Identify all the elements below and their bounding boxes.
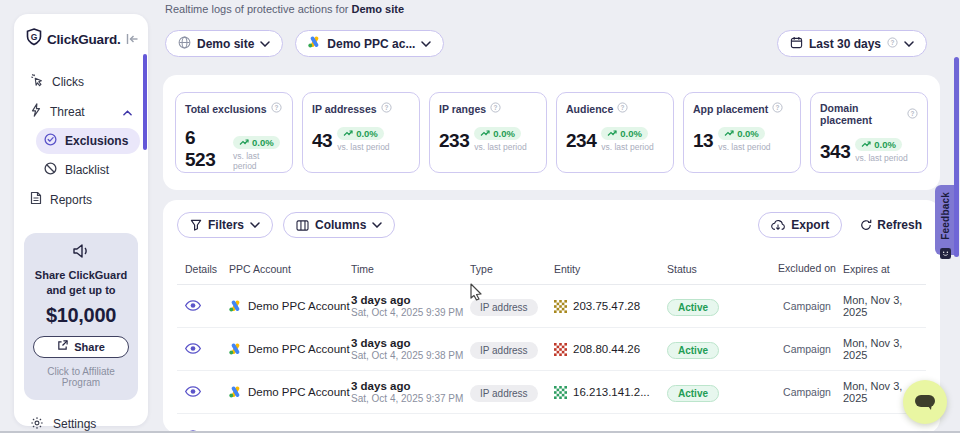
columns-dropdown-button[interactable]: Columns — [283, 212, 395, 238]
sidebar-scrollbar-thumb[interactable] — [143, 54, 147, 150]
svg-text:?: ? — [494, 104, 498, 111]
svg-text:?: ? — [911, 109, 915, 116]
trend-up-icon — [607, 130, 617, 137]
stat-card-audience: Audience? 234 0.0% vs. last period — [556, 92, 674, 173]
stat-value: 6 523 — [185, 127, 228, 171]
info-icon[interactable]: ? — [907, 108, 918, 121]
ppc-account-filter-dropdown[interactable]: Demo PPC ac... — [295, 30, 444, 57]
col-header-entity[interactable]: Entity — [554, 263, 667, 275]
google-ads-icon — [229, 386, 242, 398]
time-absolute: Sat, Oct 4, 2025 9:37 PM — [351, 393, 470, 404]
columns-icon — [296, 220, 309, 231]
stat-value: 43 — [312, 130, 332, 152]
status-badge: Active — [667, 299, 719, 316]
time-relative: 3 days ago — [351, 380, 470, 392]
google-ads-icon — [308, 36, 321, 51]
col-header-ppc-account[interactable]: PPC Account — [229, 263, 351, 275]
svg-text:?: ? — [274, 104, 278, 111]
col-header-type[interactable]: Type — [470, 263, 554, 275]
ppc-account-name: Demo PPC Account — [248, 386, 350, 398]
ip-identicon — [554, 300, 567, 313]
expires-at-value: Mon, Nov 3, 2025 — [837, 294, 926, 318]
info-icon[interactable]: ? — [617, 102, 628, 115]
export-button-label: Export — [791, 218, 829, 232]
nav-label: Clicks — [52, 75, 132, 89]
col-header-expires-at[interactable]: Expires at — [837, 263, 926, 275]
site-filter-dropdown[interactable]: Demo site — [165, 30, 283, 57]
table-row: Demo PPC Account 3 days agoSat, Oct 4, 2… — [177, 328, 926, 371]
stat-caption: vs. last period — [718, 142, 770, 152]
stat-delta: 0.0% — [356, 128, 378, 139]
stat-caption: vs. last period — [337, 142, 389, 152]
sidebar-item-settings[interactable]: Settings — [22, 408, 140, 433]
sidebar-item-reports[interactable]: Reports — [22, 186, 140, 213]
info-icon[interactable]: ? — [271, 102, 282, 115]
sidebar: G ClickGuard. Clicks Threat — [14, 14, 148, 426]
entity-ip: 203.75.47.28 — [573, 300, 640, 312]
col-header-time[interactable]: Time — [351, 263, 470, 275]
ip-identicon — [554, 343, 567, 356]
info-icon[interactable]: ? — [381, 102, 392, 115]
stat-delta: 0.0% — [737, 128, 759, 139]
stat-caption: vs. last period — [601, 142, 653, 152]
affiliate-link[interactable]: Click to Affiliate Program — [32, 366, 130, 388]
col-header-status[interactable]: Status — [667, 263, 777, 275]
date-range-dropdown[interactable]: Last 30 days ? — [777, 30, 927, 57]
check-circle-icon — [44, 133, 57, 149]
sidebar-collapse-icon[interactable] — [126, 33, 139, 45]
view-details-eye-icon[interactable] — [185, 386, 201, 397]
sidebar-item-exclusions[interactable]: Exclusions — [36, 128, 140, 154]
affiliate-promo-card[interactable]: Share ClickGuard and get up to $10,000 S… — [24, 233, 138, 400]
stat-label: IP addresses — [312, 103, 377, 115]
stat-label: IP ranges — [439, 103, 486, 115]
stat-value: 13 — [693, 130, 713, 152]
nav-label: Reports — [50, 193, 132, 207]
block-icon — [44, 162, 57, 178]
filter-row: Demo site Demo PPC ac... Last 30 days ? — [165, 30, 927, 57]
sidebar-nav: Clicks Threat Exclusions — [14, 68, 148, 213]
time-relative: 3 days ago — [351, 337, 470, 349]
clickguard-shield-logo-icon: G — [26, 28, 42, 50]
view-details-eye-icon[interactable] — [185, 300, 201, 311]
stat-value: 234 — [566, 130, 596, 152]
info-icon[interactable]: ? — [490, 102, 501, 115]
stat-value: 343 — [820, 141, 850, 163]
filters-button-label: Filters — [208, 218, 244, 232]
stat-card-app-placement: App placement? 13 0.0% vs. last period — [683, 92, 801, 173]
info-icon[interactable]: ? — [772, 102, 783, 115]
export-button[interactable]: Export — [758, 212, 842, 238]
chat-launcher-button[interactable] — [903, 380, 947, 424]
type-badge: IP address — [470, 385, 538, 402]
sidebar-item-clicks[interactable]: Clicks — [22, 68, 140, 95]
page-title-site: Demo site — [351, 3, 404, 15]
stat-card-domain-placement: Domain placement? 343 0.0% vs. last peri… — [810, 92, 928, 173]
view-details-eye-icon[interactable] — [185, 343, 201, 354]
expires-at-value: Mon, Nov 3, 2025 — [837, 337, 926, 361]
col-header-details[interactable]: Details — [177, 263, 229, 275]
table-row: Demo PPC Account 3 days agoSat, Oct 4, 2… — [177, 285, 926, 328]
megaphone-icon — [71, 245, 91, 262]
brand-name: ClickGuard. — [47, 32, 121, 47]
info-icon: ? — [887, 37, 898, 51]
stat-delta: 0.0% — [252, 137, 274, 148]
page-scrollbar-thumb[interactable] — [954, 57, 959, 257]
logs-table-panel: Filters Columns Export Refresh Deta — [163, 200, 940, 433]
svg-text:?: ? — [384, 104, 388, 111]
settings-label: Settings — [53, 417, 96, 431]
stats-panel: Total exclusions? 6 523 0.0% vs. last pe… — [163, 75, 940, 190]
time-relative: 3 days ago — [351, 294, 470, 306]
refresh-button-label: Refresh — [877, 218, 922, 232]
page-title: Realtime logs of protective actions for … — [165, 3, 404, 15]
sidebar-item-threat[interactable]: Threat — [22, 98, 140, 125]
svg-text:G: G — [31, 32, 38, 42]
filters-dropdown-button[interactable]: Filters — [177, 212, 273, 238]
entity-ip: 16.213.141.2... — [573, 386, 650, 398]
stat-label: Audience — [566, 103, 613, 115]
share-button[interactable]: Share — [33, 336, 129, 358]
col-header-excluded-on[interactable]: Excluded on — [777, 262, 837, 275]
page: G ClickGuard. Clicks Threat — [0, 0, 960, 433]
feedback-tab[interactable]: Feedback — [935, 185, 956, 255]
sidebar-item-blacklist[interactable]: Blacklist — [36, 157, 140, 183]
refresh-button[interactable]: Refresh — [856, 218, 926, 232]
page-title-prefix: Realtime logs of protective actions for — [165, 3, 351, 15]
